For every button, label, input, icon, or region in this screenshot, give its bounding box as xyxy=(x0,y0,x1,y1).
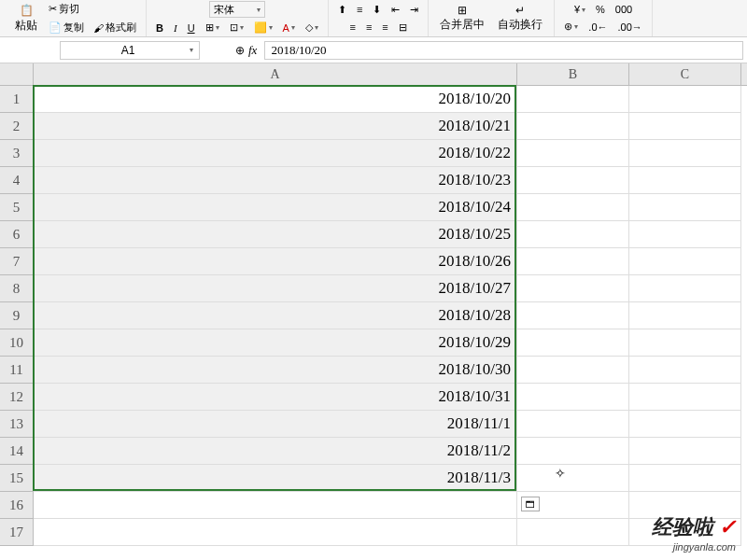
cell[interactable]: 2018/10/29 xyxy=(34,329,517,357)
cell[interactable]: 2018/11/3 xyxy=(34,465,517,492)
row-header[interactable]: 7 xyxy=(0,248,34,275)
format-painter-button[interactable]: 🖌 格式刷 xyxy=(90,19,140,36)
comma-button[interactable]: 000 xyxy=(612,2,636,17)
decrease-decimal-button[interactable]: .0← xyxy=(585,20,611,35)
cell[interactable] xyxy=(34,519,517,546)
cell[interactable]: 2018/11/2 xyxy=(34,438,517,465)
row-header[interactable]: 15 xyxy=(0,465,34,492)
fx-label[interactable]: fx xyxy=(248,43,257,58)
cell[interactable] xyxy=(629,465,741,492)
col-header-a[interactable]: A xyxy=(34,63,517,85)
merge-button[interactable]: ⊟ xyxy=(395,20,411,35)
row-header[interactable]: 16 xyxy=(0,492,34,519)
cell[interactable]: 2018/10/24 xyxy=(34,194,517,221)
align-bottom-button[interactable]: ⬇ xyxy=(369,2,385,18)
cell[interactable] xyxy=(517,465,629,492)
cell[interactable] xyxy=(517,411,629,438)
cell[interactable] xyxy=(517,248,629,275)
cell[interactable] xyxy=(629,86,741,113)
row-header[interactable]: 11 xyxy=(0,357,34,384)
name-box[interactable]: A1 ▾ xyxy=(60,41,200,60)
percent-button[interactable]: % xyxy=(592,2,609,17)
row-header[interactable]: 12 xyxy=(0,384,34,411)
font-color-button[interactable]: A▾ xyxy=(279,21,299,35)
indent-left-button[interactable]: ⇤ xyxy=(388,2,403,18)
fill-color-button[interactable]: 🟨▾ xyxy=(250,20,276,35)
font-name-select[interactable]: 宋体 ▾ xyxy=(209,1,265,18)
clear-button[interactable]: ◇▾ xyxy=(302,20,322,35)
row-header[interactable]: 2 xyxy=(0,113,34,140)
cell[interactable] xyxy=(517,275,629,302)
autofill-options-button[interactable]: 🗔 xyxy=(521,497,540,511)
cell[interactable] xyxy=(629,384,741,411)
cell[interactable] xyxy=(517,438,629,465)
row-header[interactable]: 13 xyxy=(0,411,34,438)
cell[interactable] xyxy=(629,167,741,194)
row-header[interactable]: 10 xyxy=(0,329,34,357)
align-right-button[interactable]: ≡ xyxy=(378,20,391,35)
merge-center-button[interactable]: ⊞ 合并居中 xyxy=(434,2,490,35)
currency2-button[interactable]: ⊛▾ xyxy=(560,19,582,35)
align-left-button[interactable]: ≡ xyxy=(346,20,359,35)
currency-button[interactable]: ¥▾ xyxy=(571,2,589,17)
cell[interactable]: 2018/10/28 xyxy=(34,302,517,329)
row-header[interactable]: 17 xyxy=(0,519,34,546)
cell[interactable] xyxy=(629,357,741,384)
bold-button[interactable]: B xyxy=(152,21,167,35)
cell[interactable]: 2018/11/1 xyxy=(34,411,517,438)
row-header[interactable]: 5 xyxy=(0,194,34,221)
cell[interactable] xyxy=(629,140,741,167)
cell[interactable] xyxy=(517,384,629,411)
cell[interactable] xyxy=(517,194,629,221)
cell[interactable] xyxy=(517,167,629,194)
cell[interactable] xyxy=(517,86,629,113)
cell[interactable]: 2018/10/22 xyxy=(34,140,517,167)
row-header[interactable]: 14 xyxy=(0,438,34,465)
cell[interactable] xyxy=(517,329,629,357)
paste-button[interactable]: 📋 粘贴 xyxy=(9,1,43,35)
col-header-b[interactable]: B xyxy=(517,63,629,85)
cell[interactable] xyxy=(629,275,741,302)
cell[interactable] xyxy=(629,221,741,248)
cell[interactable] xyxy=(517,113,629,140)
cell[interactable] xyxy=(34,492,517,519)
cell[interactable] xyxy=(629,194,741,221)
increase-decimal-button[interactable]: .00→ xyxy=(614,20,646,35)
align-center-button[interactable]: ≡ xyxy=(362,20,375,35)
cell[interactable]: 2018/10/20 xyxy=(34,86,517,113)
cell[interactable] xyxy=(629,411,741,438)
align-top-button[interactable]: ⬆ xyxy=(334,2,350,18)
cell[interactable] xyxy=(517,357,629,384)
cell[interactable]: 2018/10/30 xyxy=(34,357,517,384)
cell[interactable] xyxy=(517,519,629,546)
wrap-text-button[interactable]: ↵ 自动换行 xyxy=(492,2,548,35)
italic-button[interactable]: I xyxy=(170,21,181,35)
row-header[interactable]: 4 xyxy=(0,167,34,194)
row-header[interactable]: 9 xyxy=(0,302,34,329)
border-button[interactable]: ⊞▾ xyxy=(202,20,223,35)
cell[interactable] xyxy=(629,438,741,465)
indent-right-button[interactable]: ⇥ xyxy=(406,2,422,18)
row-header[interactable]: 1 xyxy=(0,86,34,113)
col-header-c[interactable]: C xyxy=(629,63,741,85)
cell[interactable] xyxy=(629,302,741,329)
select-all-corner[interactable] xyxy=(0,63,34,85)
cell[interactable]: 2018/10/21 xyxy=(34,113,517,140)
cell[interactable] xyxy=(517,221,629,248)
align-middle-button[interactable]: ≡ xyxy=(353,2,366,17)
cell[interactable]: 2018/10/26 xyxy=(34,248,517,275)
underline-button[interactable]: U xyxy=(184,21,199,35)
row-header[interactable]: 3 xyxy=(0,140,34,167)
cell[interactable] xyxy=(517,140,629,167)
cell[interactable]: 2018/10/23 xyxy=(34,167,517,194)
cell[interactable] xyxy=(629,329,741,357)
cell[interactable]: 2018/10/25 xyxy=(34,221,517,248)
cell[interactable]: 2018/10/27 xyxy=(34,275,517,302)
cell[interactable] xyxy=(629,113,741,140)
row-header[interactable]: 6 xyxy=(0,221,34,248)
cell[interactable] xyxy=(517,302,629,329)
formula-input[interactable] xyxy=(264,41,743,60)
row-header[interactable]: 8 xyxy=(0,275,34,302)
cut-button[interactable]: ✂ 剪切 xyxy=(45,0,140,18)
cell[interactable]: 2018/10/31 xyxy=(34,384,517,411)
